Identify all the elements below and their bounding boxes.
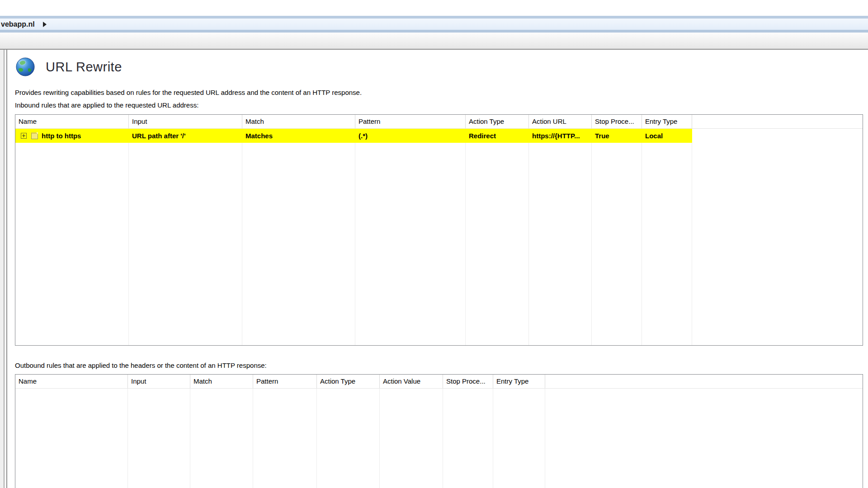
column-header-stop-processing[interactable]: Stop Proce... (443, 375, 493, 388)
rule-action-type-cell[interactable]: Redirect (466, 129, 529, 143)
outbound-table-body (15, 389, 863, 488)
rule-name-cell[interactable]: http to https (15, 129, 129, 143)
column-header-match[interactable]: Match (190, 375, 253, 388)
column-header-action-url[interactable]: Action URL (529, 115, 592, 128)
rule-name-label: http to https (42, 129, 81, 143)
column-header-action-type[interactable]: Action Type (466, 115, 529, 128)
gridline (443, 389, 443, 488)
outbound-rules-table: Name Input Match Pattern Action Type Act… (15, 374, 863, 488)
column-header-action-value[interactable]: Action Value (380, 375, 443, 388)
toolbar-band (0, 33, 868, 50)
gridline (379, 389, 380, 488)
gridline (545, 389, 545, 488)
rule-match-cell[interactable]: Matches (242, 129, 355, 143)
column-header-input[interactable]: Input (129, 115, 242, 128)
url-rewrite-feature-panel: URL Rewrite Provides rewriting capabilit… (6, 50, 868, 488)
gridline (253, 389, 253, 488)
right-arrow-icon[interactable] (43, 22, 47, 27)
column-header-filler (692, 115, 863, 128)
inbound-table-body: http to https URL path after '/' Matches… (15, 129, 863, 345)
gridline (128, 129, 129, 345)
rule-stop-processing-cell[interactable]: True (592, 129, 642, 143)
gridline (242, 129, 242, 345)
outbound-table-header: Name Input Match Pattern Action Type Act… (15, 375, 863, 389)
column-header-pattern[interactable]: Pattern (253, 375, 317, 388)
gridline (316, 389, 317, 488)
column-header-filler (545, 375, 863, 388)
rule-pattern-cell[interactable]: (.*) (355, 129, 466, 143)
gridline (465, 129, 466, 345)
rule-input-cell[interactable]: URL path after '/' (129, 129, 242, 143)
plus-expander-icon[interactable] (21, 133, 27, 139)
gridline (190, 389, 190, 488)
globe-icon (15, 57, 35, 77)
column-header-stop-processing[interactable]: Stop Proce... (592, 115, 642, 128)
breadcrumb: vebapp.nl (0, 16, 868, 33)
gridline (692, 129, 692, 345)
gridline (127, 389, 128, 488)
gridline (355, 129, 355, 345)
outbound-section-label: Outbound rules that are applied to the h… (15, 361, 267, 369)
gridline (493, 389, 493, 488)
rule-entry-type-cell[interactable]: Local (642, 129, 692, 143)
column-header-entry-type[interactable]: Entry Type (493, 375, 545, 388)
gridline (642, 129, 642, 345)
page-title: URL Rewrite (46, 60, 122, 75)
gridline (591, 129, 592, 345)
column-header-match[interactable]: Match (242, 115, 355, 128)
column-header-input[interactable]: Input (128, 375, 190, 388)
gridline (528, 129, 529, 345)
rule-page-icon (31, 132, 38, 139)
window-top-band (0, 0, 868, 16)
column-header-action-type[interactable]: Action Type (317, 375, 380, 388)
column-header-pattern[interactable]: Pattern (355, 115, 466, 128)
column-header-name[interactable]: Name (15, 115, 129, 128)
inbound-rules-table: Name Input Match Pattern Action Type Act… (15, 114, 863, 346)
connections-panel-edge[interactable] (0, 50, 5, 488)
inbound-rule-row[interactable]: http to https URL path after '/' Matches… (15, 129, 692, 143)
iis-manager-screen: vebapp.nl URL Rewrite Provides rewriting… (0, 0, 868, 488)
inbound-table-header: Name Input Match Pattern Action Type Act… (15, 115, 863, 129)
column-header-entry-type[interactable]: Entry Type (642, 115, 692, 128)
rule-action-url-cell[interactable]: https://{HTTP... (529, 129, 592, 143)
column-header-name[interactable]: Name (15, 375, 128, 388)
inbound-section-label: Inbound rules that are applied to the re… (15, 101, 198, 109)
feature-description: Provides rewriting capabilities based on… (15, 89, 362, 96)
breadcrumb-site[interactable]: vebapp.nl (0, 20, 35, 28)
